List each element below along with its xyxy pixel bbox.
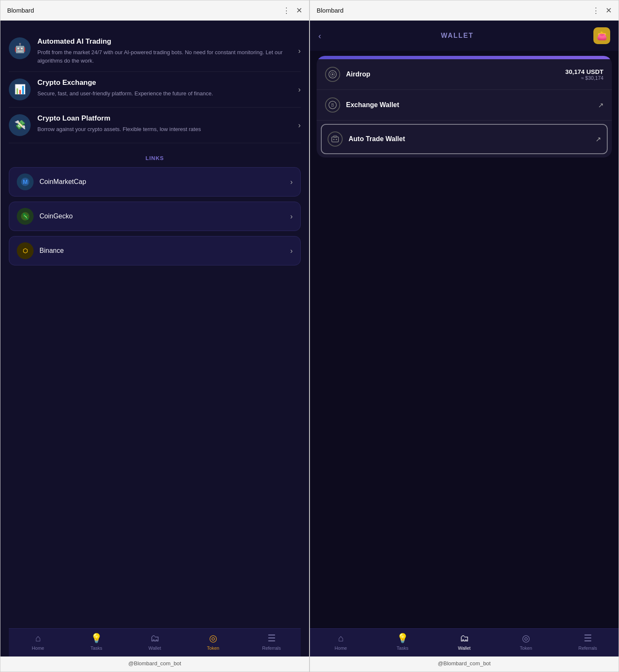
links-label: LINKS (9, 155, 301, 161)
wallet-card-top-bar (317, 56, 612, 59)
link-cg-left: 🦎 CoinGecko (17, 208, 73, 225)
link-cmc-left: M CoinMarketCap (17, 173, 86, 190)
airdrop-left: Airdrop (325, 67, 370, 82)
link-coinmarketcap[interactable]: M CoinMarketCap › (9, 167, 301, 197)
left-more-button[interactable]: ⋮ (283, 7, 290, 14)
bnb-logo: ⬡ (17, 242, 34, 259)
left-window-title: Blombard (7, 7, 34, 14)
crypto-exchange-title: Crypto Exchange (37, 79, 288, 87)
ai-trading-title: Automated AI Trading (37, 37, 288, 46)
right-nav-tasks[interactable]: 💡 Tasks (372, 633, 433, 651)
exchange-icon: B (325, 97, 340, 113)
wallet-item-exchange[interactable]: B Exchange Wallet ↗ (317, 90, 612, 121)
exchange-external-icon: ↗ (598, 102, 603, 109)
cmc-logo: M (17, 173, 34, 190)
right-token-label: Token (520, 646, 532, 651)
right-nav-home[interactable]: ⌂ Home (310, 633, 372, 651)
link-binance[interactable]: ⬡ Binance › (9, 236, 301, 265)
left-nav-home[interactable]: ⌂ Home (9, 633, 67, 651)
airdrop-amount: 30,174 USDT (565, 68, 603, 75)
right-title-controls: ⋮ ✕ (592, 7, 612, 14)
left-referrals-label: Referrals (262, 646, 281, 651)
feature-list: 🤖 Automated AI Trading Profit from the m… (9, 31, 301, 628)
crypto-loan-text: Crypto Loan Platform Borrow against your… (37, 114, 288, 134)
autotrade-name: Auto Trade Wallet (349, 135, 405, 143)
left-app-content: 🤖 Automated AI Trading Profit from the m… (0, 21, 309, 656)
left-footer-text: @Blombard_com_bot (129, 660, 181, 667)
feature-crypto-loan[interactable]: 💸 Crypto Loan Platform Borrow against yo… (9, 108, 301, 143)
left-home-label: Home (32, 646, 44, 651)
wallet-header-title: WALLET (321, 32, 593, 39)
left-tasks-icon: 💡 (91, 633, 102, 644)
left-close-button[interactable]: ✕ (296, 7, 302, 14)
cg-chevron: › (290, 212, 293, 221)
wallet-header: ‹ WALLET 👛 (310, 21, 619, 51)
airdrop-right: 30,174 USDT ≈ $30,174 (565, 68, 603, 81)
svg-text:B: B (331, 103, 334, 108)
right-window-title: Blombard (317, 7, 344, 14)
right-tasks-icon: 💡 (397, 633, 408, 644)
left-wallet-label: Wallet (148, 646, 161, 651)
cmc-name: CoinMarketCap (39, 178, 86, 186)
svg-rect-11 (332, 137, 338, 142)
left-title-controls: ⋮ ✕ (283, 7, 302, 14)
feature-crypto-exchange[interactable]: 📊 Crypto Exchange Secure, fast, and user… (9, 72, 301, 108)
right-tasks-label: Tasks (396, 646, 408, 651)
links-section: LINKS M CoinMarketCap › (9, 155, 301, 265)
right-more-button[interactable]: ⋮ (592, 7, 600, 14)
right-wallet-label: Wallet (458, 646, 470, 651)
left-home-icon: ⌂ (35, 633, 41, 644)
right-bottom-nav: ⌂ Home 💡 Tasks 🗂 Wallet ◎ Token ☰ Re (310, 628, 619, 656)
cg-name: CoinGecko (39, 213, 73, 220)
right-window-title-area: Blombard (317, 7, 344, 14)
right-window: Blombard ⋮ ✕ ‹ WALLET 👛 (310, 0, 619, 672)
svg-point-8 (332, 74, 333, 75)
right-footer-text: @Blombard_com_bot (438, 660, 491, 667)
left-nav-referrals[interactable]: ☰ Referrals (242, 633, 301, 651)
right-close-button[interactable]: ✕ (606, 7, 612, 14)
right-wallet-icon: 🗂 (460, 633, 469, 644)
feature-ai-trading[interactable]: 🤖 Automated AI Trading Profit from the m… (9, 31, 301, 72)
left-window: Blombard ⋮ ✕ 🤖 Automated AI Trading Prof… (0, 0, 310, 672)
left-tasks-label: Tasks (90, 646, 102, 651)
crypto-loan-desc: Borrow against your crypto assets. Flexi… (37, 125, 288, 134)
autotrade-right: ↗ (595, 135, 601, 143)
airdrop-amount-usd: ≈ $30,174 (565, 75, 603, 81)
autotrade-external-icon: ↗ (595, 136, 601, 143)
right-referrals-label: Referrals (578, 646, 597, 651)
crypto-exchange-desc: Secure, fast, and user-friendly platform… (37, 89, 288, 98)
left-nav-tasks[interactable]: 💡 Tasks (67, 633, 126, 651)
right-token-icon: ◎ (522, 633, 530, 644)
right-nav-referrals[interactable]: ☰ Referrals (557, 633, 619, 651)
wallet-back-button[interactable]: ‹ (318, 31, 321, 41)
left-nav-wallet[interactable]: 🗂 Wallet (126, 633, 184, 651)
link-coingecko[interactable]: 🦎 CoinGecko › (9, 202, 301, 231)
autotrade-left: Auto Trade Wallet (328, 131, 405, 147)
svg-point-13 (333, 139, 335, 140)
right-title-bar: Blombard ⋮ ✕ (310, 0, 619, 21)
left-title-bar: Blombard ⋮ ✕ (0, 0, 309, 21)
right-home-label: Home (335, 646, 347, 651)
wallet-item-airdrop[interactable]: Airdrop 30,174 USDT ≈ $30,174 (317, 59, 612, 90)
right-nav-token[interactable]: ◎ Token (495, 633, 557, 651)
exchange-wallet-name: Exchange Wallet (346, 101, 399, 109)
crypto-loan-chevron: › (298, 121, 301, 130)
crypto-exchange-text: Crypto Exchange Secure, fast, and user-f… (37, 79, 288, 98)
crypto-exchange-chevron: › (298, 85, 301, 94)
right-nav-wallet[interactable]: 🗂 Wallet (433, 633, 495, 651)
crypto-exchange-icon: 📊 (9, 79, 31, 100)
left-token-icon: ◎ (209, 633, 217, 644)
crypto-loan-title: Crypto Loan Platform (37, 114, 288, 123)
crypto-loan-icon: 💸 (9, 114, 31, 136)
cmc-chevron: › (290, 178, 293, 186)
bnb-name: Binance (39, 247, 64, 255)
left-nav-token[interactable]: ◎ Token (184, 633, 242, 651)
autotrade-icon (328, 131, 343, 147)
svg-point-14 (336, 139, 337, 140)
wallet-item-autotrade-wrapper: Auto Trade Wallet ↗ (321, 124, 608, 154)
wallet-item-autotrade[interactable]: Auto Trade Wallet ↗ (322, 125, 607, 153)
airdrop-name: Airdrop (346, 71, 370, 78)
wallet-card-wrapper: Airdrop 30,174 USDT ≈ $30,174 (310, 51, 619, 628)
left-footer: @Blombard_com_bot (0, 656, 309, 672)
left-bottom-nav: ⌂ Home 💡 Tasks 🗂 Wallet ◎ Token ☰ Re (9, 628, 301, 656)
